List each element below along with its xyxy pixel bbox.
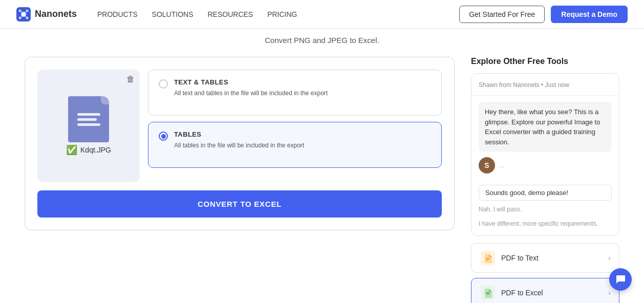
- tool-area: 🗑 ✅ Kdqt.JPG: [25, 57, 455, 303]
- convert-button[interactable]: CONVERT TO EXCEL: [37, 190, 442, 218]
- svg-rect-11: [486, 258, 490, 259]
- file-preview: 🗑 ✅ Kdqt.JPG: [37, 70, 140, 182]
- option2-title: TABLES: [174, 131, 304, 138]
- doc-line-3: [77, 123, 100, 126]
- option-tables-content: TABLES All tables in the file will be in…: [174, 131, 304, 150]
- tool-card-inner: 🗑 ✅ Kdqt.JPG: [37, 70, 442, 182]
- tool-pdf-text-label: PDF to Text: [501, 254, 539, 262]
- chat-widget: Shawn from Nanonets • Just now Hey there…: [471, 73, 619, 236]
- option1-desc: All text and tables in the file will be …: [174, 89, 328, 98]
- tool-pdf-excel-label: PDF to Excel: [501, 289, 543, 297]
- chat-from: Shawn from Nanonets • Just now: [479, 81, 569, 89]
- radio-tables[interactable]: [159, 132, 168, 141]
- document-icon: [68, 96, 109, 142]
- option-tables[interactable]: TABLES All tables in the file will be in…: [148, 122, 442, 168]
- options-area: TEXT & TABLES All text and tables in the…: [148, 70, 442, 168]
- tool-link-pdf-excel-left: PDF to Excel: [480, 285, 543, 301]
- option-text-tables[interactable]: TEXT & TABLES All text and tables in the…: [148, 70, 442, 116]
- document-lines: [72, 104, 105, 135]
- logo-text: Nanonets: [35, 9, 77, 19]
- chat-header: Shawn from Nanonets • Just now: [471, 74, 619, 96]
- delete-icon[interactable]: 🗑: [126, 75, 135, 84]
- svg-rect-16: [488, 292, 488, 295]
- pdf-excel-icon: [480, 285, 496, 301]
- chat-typing: …: [499, 162, 505, 169]
- tool-link-pdf-text-left: PDF to Text: [480, 250, 539, 266]
- sidebar: Explore Other Free Tools Shawn from Nano…: [471, 57, 619, 303]
- chat-fab[interactable]: [609, 268, 632, 291]
- doc-line-1: [77, 113, 100, 116]
- pdf-excel-chevron: ›: [608, 289, 611, 297]
- option1-title: TEXT & TABLES: [174, 78, 328, 86]
- svg-rect-12: [486, 259, 489, 261]
- chat-actions: Sounds good, demo please! Nah, I will pa…: [471, 180, 619, 235]
- logo-icon: [16, 7, 31, 21]
- nav-solutions[interactable]: SOLUTIONS: [152, 10, 194, 18]
- chat-message: Hey there, like what you see? This is a …: [479, 102, 612, 152]
- option2-desc: All tables in the file will be included …: [174, 141, 304, 150]
- chat-avatar: S: [479, 157, 495, 174]
- nav-links: PRODUCTS SOLUTIONS RESOURCES PRICING: [97, 10, 297, 18]
- logo[interactable]: Nanonets: [16, 7, 77, 21]
- nav-pricing[interactable]: PRICING: [267, 10, 297, 18]
- chat-avatar-row: S …: [479, 157, 612, 174]
- doc-line-2: [77, 118, 97, 121]
- chat-body: Hey there, like what you see? This is a …: [471, 96, 619, 180]
- chat-action-specific[interactable]: I have different, more specific requirem…: [479, 218, 612, 229]
- pdf-text-chevron: ›: [608, 254, 611, 262]
- chat-action-pass[interactable]: Nah, I will pass.: [479, 204, 612, 215]
- option-text-tables-content: TEXT & TABLES All text and tables in the…: [174, 78, 328, 98]
- chat-action-demo[interactable]: Sounds good, demo please!: [479, 185, 612, 201]
- navbar: Nanonets PRODUCTS SOLUTIONS RESOURCES PR…: [0, 0, 644, 29]
- file-name: Kdqt.JPG: [80, 146, 111, 154]
- nav-products[interactable]: PRODUCTS: [97, 10, 138, 18]
- main-content: 🗑 ✅ Kdqt.JPG: [0, 45, 644, 303]
- pdf-text-icon: [480, 250, 496, 266]
- page-subtitle: Convert PNG and JPEG to Excel.: [0, 29, 644, 45]
- nav-actions: Get Started For Free Request a Demo: [459, 6, 628, 23]
- chat-fab-icon: [615, 274, 626, 285]
- tool-card: 🗑 ✅ Kdqt.JPG: [25, 57, 455, 230]
- request-demo-button[interactable]: Request a Demo: [551, 6, 628, 23]
- check-icon: ✅: [66, 144, 77, 156]
- tool-link-pdf-excel[interactable]: PDF to Excel ›: [471, 278, 619, 303]
- get-started-button[interactable]: Get Started For Free: [459, 6, 545, 23]
- sidebar-title: Explore Other Free Tools: [471, 57, 619, 66]
- radio-text-tables[interactable]: [159, 79, 168, 89]
- tool-link-pdf-text[interactable]: PDF to Text ›: [471, 243, 619, 273]
- nav-resources[interactable]: RESOURCES: [207, 10, 253, 18]
- file-name-row: ✅ Kdqt.JPG: [66, 144, 111, 156]
